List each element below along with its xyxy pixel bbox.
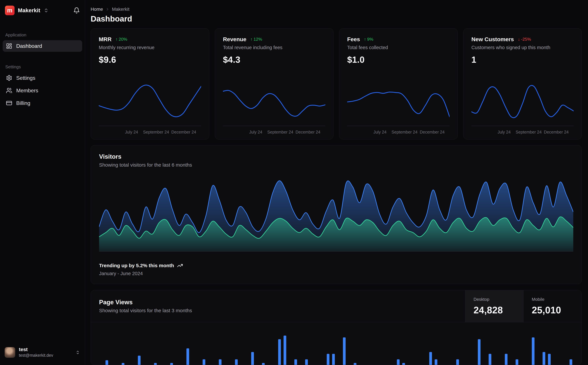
x-tick: September 24 <box>516 130 542 134</box>
sparkline-wrap: July 24 September 24 December 24 <box>99 82 201 135</box>
x-axis-ticks: July 24 September 24 December 24 <box>223 128 325 135</box>
sidebar-item-settings[interactable]: Settings <box>3 72 82 84</box>
x-tick: September 24 <box>143 130 169 134</box>
avatar <box>5 347 15 358</box>
chevrons-up-down-icon <box>44 8 49 13</box>
page-views-heading: Page Views Showing total visitors for th… <box>91 290 465 322</box>
x-tick: July 24 <box>249 130 262 134</box>
logo-letter: m <box>7 7 12 14</box>
trend-up-icon: ↑ <box>364 37 366 42</box>
main-content: Home Makerkit Dashboard MRR ↑20% Monthly… <box>85 0 588 365</box>
stat-cards-row: MRR ↑20% Monthly recurring revenue $9.6 … <box>91 28 582 140</box>
x-tick: December 24 <box>544 130 569 134</box>
trend-down-icon: ↓ <box>518 37 520 42</box>
x-tick: September 24 <box>392 130 417 134</box>
sidebar-spacer <box>3 110 82 345</box>
badge-value: 12% <box>254 37 262 42</box>
badge-value: 9% <box>367 37 374 42</box>
visitors-period: January - June 2024 <box>99 271 573 276</box>
sidebar-item-label: Dashboard <box>16 43 42 49</box>
trend-badge: ↓-25% <box>518 37 531 42</box>
stat-subtitle: Monthly recurring revenue <box>99 45 201 50</box>
sidebar-item-billing[interactable]: Billing <box>3 97 82 109</box>
sparkline-wrap: July 24 September 24 December 24 <box>347 82 450 135</box>
sidebar-item-label: Members <box>16 88 38 94</box>
stat-card-fees: Fees ↑9% Total fees collected $1.0 July … <box>339 28 458 140</box>
workspace-switcher[interactable]: m Makerkit <box>3 5 82 16</box>
stat-value: $4.3 <box>223 55 325 65</box>
visitors-trend-text: Trending up by 5.2% this month <box>99 263 174 268</box>
user-email: test@makerkit.dev <box>19 353 53 358</box>
dashboard-grid-icon <box>6 43 12 49</box>
stat-card-new-customers: New Customers ↓-25% Customers who signed… <box>463 28 582 140</box>
x-tick: July 24 <box>498 130 511 134</box>
trending-up-icon <box>177 263 183 268</box>
sidebar-item-label: Billing <box>16 100 30 106</box>
sidebar-item-dashboard[interactable]: Dashboard <box>3 40 82 52</box>
trend-badge: ↑9% <box>364 37 374 42</box>
stat-value: $1.0 <box>347 55 450 65</box>
x-tick: December 24 <box>296 130 320 134</box>
revenue-sparkline-chart <box>223 82 325 126</box>
sidebar: m Makerkit Application Dashboard Setting… <box>0 0 85 365</box>
stat-title: MRR <box>99 36 111 42</box>
gear-icon <box>6 75 12 81</box>
x-tick: December 24 <box>420 130 445 134</box>
app-root: m Makerkit Application Dashboard Setting… <box>0 0 588 365</box>
x-tick: July 24 <box>125 130 138 134</box>
makerkit-logo: m <box>5 6 14 15</box>
trend-badge: ↑12% <box>250 37 262 42</box>
trend-up-icon: ↑ <box>250 37 253 42</box>
sidebar-item-label: Settings <box>16 75 35 81</box>
sidebar-item-members[interactable]: Members <box>3 85 82 96</box>
trend-up-icon: ↑ <box>115 37 118 42</box>
x-tick: July 24 <box>373 130 386 134</box>
page-title: Dashboard <box>91 14 582 23</box>
desktop-value: 24,828 <box>474 305 515 316</box>
page-views-bar-chart <box>99 327 574 365</box>
visitors-area-chart <box>99 178 573 252</box>
mrr-sparkline-chart <box>99 82 201 126</box>
sparkline-wrap: July 24 September 24 December 24 <box>223 82 325 135</box>
notifications-bell-icon[interactable] <box>73 7 80 14</box>
desktop-label: Desktop <box>474 297 515 302</box>
sidebar-section-settings: Settings <box>5 64 80 70</box>
toggle-desktop-stat[interactable]: Desktop 24,828 <box>465 290 523 322</box>
page-views-header: Page Views Showing total visitors for th… <box>91 290 581 322</box>
toggle-mobile-stat[interactable]: Mobile 25,010 <box>523 290 581 322</box>
sparkline-wrap: July 24 September 24 December 24 <box>471 82 574 135</box>
chevron-right-icon <box>105 7 110 11</box>
workspace-name: Makerkit <box>18 7 40 14</box>
breadcrumb-home-link[interactable]: Home <box>91 7 103 12</box>
stat-value: 1 <box>471 55 574 65</box>
x-tick: December 24 <box>171 130 196 134</box>
x-axis-ticks: July 24 September 24 December 24 <box>347 128 450 135</box>
mobile-value: 25,010 <box>532 305 573 316</box>
chevrons-up-down-icon <box>75 350 80 355</box>
user-menu[interactable]: test test@makerkit.dev <box>3 345 82 359</box>
credit-card-icon <box>6 100 12 106</box>
stat-subtitle: Total revenue including fees <box>223 45 325 50</box>
trend-badge: ↑20% <box>115 37 127 42</box>
sidebar-section-application: Application <box>5 32 80 38</box>
page-views-title: Page Views <box>99 299 457 306</box>
mobile-label: Mobile <box>532 297 573 302</box>
fees-sparkline-chart <box>347 82 450 126</box>
breadcrumb: Home Makerkit <box>91 7 582 12</box>
x-axis-ticks: July 24 September 24 December 24 <box>471 128 574 135</box>
visitors-footer: Trending up by 5.2% this month <box>99 263 573 268</box>
x-tick: September 24 <box>267 130 293 134</box>
badge-value: 20% <box>119 37 127 42</box>
visitors-subtitle: Showing total visitors for the last 6 mo… <box>99 162 573 168</box>
user-name: test <box>19 347 53 352</box>
stat-subtitle: Customers who signed up this month <box>471 45 574 50</box>
page-views-panel: Page Views Showing total visitors for th… <box>91 290 582 365</box>
stat-card-mrr: MRR ↑20% Monthly recurring revenue $9.6 … <box>91 28 209 140</box>
users-icon <box>6 87 12 94</box>
visitors-panel: Visitors Showing total visitors for the … <box>91 145 582 284</box>
stat-subtitle: Total fees collected <box>347 45 450 50</box>
visitors-title: Visitors <box>99 153 573 160</box>
stat-title: New Customers <box>471 36 514 42</box>
badge-value: -25% <box>521 37 531 42</box>
stat-value: $9.6 <box>99 55 201 65</box>
